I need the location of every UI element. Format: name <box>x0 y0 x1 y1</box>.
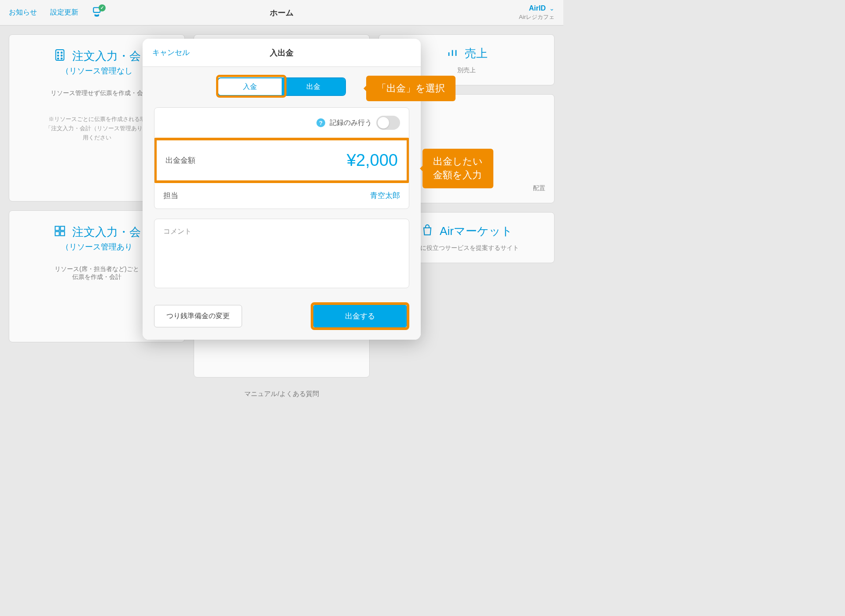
submit-highlight: 出金する <box>311 302 409 330</box>
modal-footer: つり銭準備金の変更 出金する <box>143 296 421 340</box>
segment-deposit[interactable]: 入金 <box>218 78 282 95</box>
staff-label: 担当 <box>163 191 178 201</box>
amount-value: ¥2,000 <box>347 151 398 170</box>
callout-select-withdraw: 「出金」を選択 <box>366 76 456 101</box>
comment-input[interactable]: コメント <box>154 219 409 288</box>
form-group: ? 記録のみ行う 出金金額 ¥2,000 担当 青空太郎 <box>154 107 409 209</box>
segment-control: 入金 出金 <box>217 77 346 96</box>
callout-enter-amount: 出金したい 金額を入力 <box>422 149 493 188</box>
submit-button[interactable]: 出金する <box>313 305 407 327</box>
amount-label: 出金金額 <box>165 155 195 165</box>
help-icon[interactable]: ? <box>316 118 325 127</box>
staff-name: 青空太郎 <box>370 191 400 201</box>
comment-placeholder: コメント <box>163 227 191 235</box>
modal-body: 入金 出金 ? 記録のみ行う 出金金額 ¥2,000 <box>143 67 421 296</box>
segment-withdraw[interactable]: 出金 <box>282 78 345 95</box>
amount-highlight: 出金金額 ¥2,000 <box>154 138 409 183</box>
cancel-button[interactable]: キャンセル <box>152 48 190 58</box>
modal-header: キャンセル 入出金 <box>143 39 421 67</box>
record-only-toggle[interactable] <box>376 116 400 130</box>
record-only-row: ? 記録のみ行う <box>154 108 409 138</box>
record-only-label: 記録のみ行う <box>330 118 372 128</box>
amount-row[interactable]: 出金金額 ¥2,000 <box>157 140 407 180</box>
modal-overlay: キャンセル 入出金 入金 出金 ? 記録のみ行う 出金金額 <box>0 0 563 411</box>
change-reserve-button[interactable]: つり銭準備金の変更 <box>154 305 242 327</box>
modal-title: 入出金 <box>270 48 294 58</box>
staff-row[interactable]: 担当 青空太郎 <box>154 183 409 209</box>
